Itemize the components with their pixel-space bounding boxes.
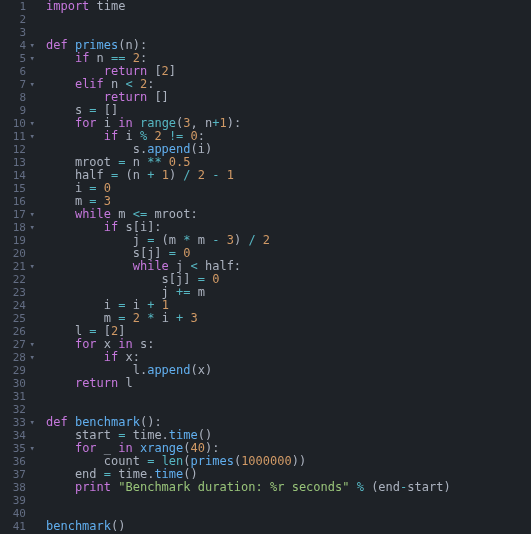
fold-icon[interactable]: ▾ bbox=[27, 416, 35, 429]
code-line[interactable]: i = 0 bbox=[46, 182, 531, 195]
token-txt bbox=[46, 376, 75, 390]
code-line[interactable] bbox=[46, 13, 531, 26]
line-number: 23 bbox=[6, 286, 26, 299]
token-txt: j bbox=[46, 233, 147, 247]
token-num: 2 bbox=[154, 129, 161, 143]
token-num: 1 bbox=[162, 168, 169, 182]
line-number: 9 bbox=[6, 104, 26, 117]
token-txt: m bbox=[191, 285, 205, 299]
token-txt bbox=[46, 259, 133, 273]
token-txt: start bbox=[46, 428, 118, 442]
token-op: = bbox=[169, 246, 176, 260]
line-number: 16 bbox=[6, 195, 26, 208]
token-op: == bbox=[111, 51, 125, 65]
token-fn: time bbox=[169, 428, 198, 442]
line-number: 40 bbox=[6, 507, 26, 520]
code-line[interactable]: return l bbox=[46, 377, 531, 390]
token-txt: s. bbox=[46, 142, 147, 156]
token-kw: for bbox=[75, 337, 97, 351]
code-line[interactable]: return [] bbox=[46, 91, 531, 104]
token-txt: s[j] bbox=[46, 246, 169, 260]
token-num: 1 bbox=[162, 298, 169, 312]
token-txt: ] bbox=[169, 64, 176, 78]
token-txt bbox=[133, 116, 140, 130]
token-txt bbox=[46, 90, 104, 104]
fold-icon[interactable]: ▾ bbox=[27, 117, 35, 130]
fold-icon[interactable]: ▾ bbox=[27, 260, 35, 273]
token-txt: (i) bbox=[191, 142, 213, 156]
token-txt bbox=[46, 77, 75, 91]
token-num: 2 bbox=[263, 233, 270, 247]
line-number: 32 bbox=[6, 403, 26, 416]
token-num: 2 bbox=[133, 311, 140, 325]
line-number: 35▾ bbox=[6, 442, 26, 455]
token-kw: return bbox=[104, 90, 147, 104]
token-name: benchmark bbox=[75, 415, 140, 429]
token-txt bbox=[133, 441, 140, 455]
token-builtin: range bbox=[140, 116, 176, 130]
token-kw: for bbox=[75, 116, 97, 130]
token-txt: ) bbox=[234, 233, 248, 247]
line-number: 12 bbox=[6, 143, 26, 156]
token-kw: return bbox=[104, 64, 147, 78]
code-area[interactable]: import timedef primes(n): if n == 2: ret… bbox=[34, 0, 531, 534]
line-number: 27▾ bbox=[6, 338, 26, 351]
code-line[interactable] bbox=[46, 494, 531, 507]
token-txt: [ bbox=[97, 324, 111, 338]
token-op: = bbox=[89, 103, 96, 117]
token-txt: time. bbox=[125, 428, 168, 442]
token-num: 0 bbox=[212, 272, 219, 286]
token-txt: i bbox=[97, 116, 119, 130]
line-gutter: 1234▾5▾67▾8910▾11▾121314151617▾18▾192021… bbox=[0, 0, 34, 534]
code-editor[interactable]: 1234▾5▾67▾8910▾11▾121314151617▾18▾192021… bbox=[0, 0, 531, 534]
token-num: 3 bbox=[183, 116, 190, 130]
token-kw: elif bbox=[75, 77, 104, 91]
token-txt: : bbox=[198, 129, 205, 143]
token-op: = bbox=[198, 272, 205, 286]
fold-icon[interactable]: ▾ bbox=[27, 78, 35, 91]
token-txt: count bbox=[46, 454, 147, 468]
code-line[interactable]: print "Benchmark duration: %r seconds" %… bbox=[46, 481, 531, 494]
fold-icon[interactable]: ▾ bbox=[27, 52, 35, 65]
token-txt bbox=[162, 155, 169, 169]
token-num: 3 bbox=[191, 311, 198, 325]
token-op: += bbox=[176, 285, 190, 299]
token-op: != bbox=[169, 129, 183, 143]
code-line[interactable]: import time bbox=[46, 0, 531, 13]
token-txt: j bbox=[46, 285, 176, 299]
fold-icon[interactable]: ▾ bbox=[27, 39, 35, 52]
token-txt bbox=[126, 51, 133, 65]
token-kw: while bbox=[75, 207, 111, 221]
fold-icon[interactable]: ▾ bbox=[27, 338, 35, 351]
token-kw: import bbox=[46, 0, 89, 13]
line-number: 38 bbox=[6, 481, 26, 494]
token-op: / bbox=[248, 233, 255, 247]
fold-icon[interactable]: ▾ bbox=[27, 351, 35, 364]
code-line[interactable]: benchmark() bbox=[46, 520, 531, 533]
token-txt: (m bbox=[154, 233, 183, 247]
code-line[interactable]: half = (n + 1) / 2 - 1 bbox=[46, 169, 531, 182]
token-builtin: len bbox=[162, 454, 184, 468]
token-txt bbox=[125, 311, 132, 325]
token-txt: s: bbox=[133, 337, 155, 351]
fold-icon[interactable]: ▾ bbox=[27, 130, 35, 143]
token-txt: () bbox=[198, 428, 212, 442]
line-number: 20 bbox=[6, 247, 26, 260]
token-op: = bbox=[104, 467, 111, 481]
token-txt: s bbox=[46, 103, 89, 117]
line-number: 30 bbox=[6, 377, 26, 390]
fold-icon[interactable]: ▾ bbox=[27, 442, 35, 455]
token-txt: ( bbox=[183, 454, 190, 468]
token-txt bbox=[97, 194, 104, 208]
line-number: 29 bbox=[6, 364, 26, 377]
token-op: < bbox=[126, 77, 133, 91]
fold-icon[interactable]: ▾ bbox=[27, 221, 35, 234]
token-txt: (): bbox=[140, 415, 162, 429]
line-number: 21▾ bbox=[6, 260, 26, 273]
code-line[interactable] bbox=[46, 390, 531, 403]
fold-icon[interactable]: ▾ bbox=[27, 208, 35, 221]
token-kw: if bbox=[75, 51, 89, 65]
token-txt: m bbox=[46, 311, 118, 325]
token-txt: [] bbox=[97, 103, 119, 117]
token-txt: () bbox=[183, 467, 197, 481]
